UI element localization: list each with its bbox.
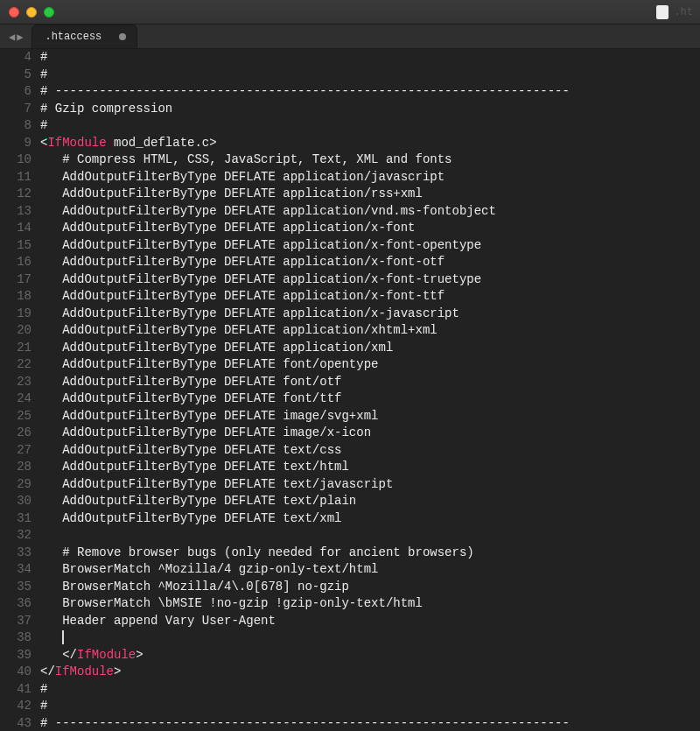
- line-number: 10: [0, 151, 32, 169]
- line-number: 9: [0, 135, 32, 152]
- code-line[interactable]: AddOutputFilterByType DEFLATE applicatio…: [40, 220, 693, 237]
- line-number: 34: [0, 561, 32, 579]
- nav-back-icon[interactable]: ◀: [9, 32, 15, 43]
- code-line[interactable]: </IfModule>: [40, 664, 693, 681]
- code-token: mod_deflate.c: [107, 136, 210, 150]
- code-line[interactable]: #: [40, 698, 693, 715]
- code-line[interactable]: <IfModule mod_deflate.c>: [40, 135, 693, 152]
- code-line[interactable]: AddOutputFilterByType DEFLATE font/opent…: [40, 356, 693, 374]
- line-number: 25: [0, 408, 32, 425]
- code-line[interactable]: BrowserMatch \bMSIE !no-gzip !gzip-only-…: [40, 595, 693, 613]
- code-token: AddOutputFilterByType DEFLATE applicatio…: [62, 323, 437, 337]
- code-line[interactable]: #: [40, 49, 693, 67]
- code-line[interactable]: AddOutputFilterByType DEFLATE text/javas…: [40, 476, 693, 494]
- line-number: 20: [0, 322, 32, 340]
- line-number: 14: [0, 220, 32, 237]
- line-number-gutter: 4567891011121314151617181920212223242526…: [0, 49, 40, 731]
- code-line[interactable]: #: [40, 681, 693, 699]
- line-number: 36: [0, 595, 32, 613]
- code-token: IfModule: [77, 648, 136, 662]
- code-token: #: [40, 50, 47, 64]
- titlebar-file-indicator: .ht: [656, 5, 693, 19]
- code-line[interactable]: [40, 629, 693, 647]
- code-token: #: [40, 67, 47, 81]
- line-number: 15: [0, 237, 32, 255]
- zoom-window-button[interactable]: [44, 7, 54, 18]
- line-number: 33: [0, 545, 32, 562]
- line-number: 27: [0, 442, 32, 460]
- code-line[interactable]: #: [40, 117, 693, 135]
- code-token: AddOutputFilterByType DEFLATE font/ttf: [62, 391, 341, 405]
- code-token: AddOutputFilterByType DEFLATE applicatio…: [62, 204, 496, 218]
- code-line[interactable]: AddOutputFilterByType DEFLATE applicatio…: [40, 186, 693, 203]
- code-line[interactable]: # Remove browser bugs (only needed for a…: [40, 545, 693, 562]
- code-line[interactable]: AddOutputFilterByType DEFLATE text/css: [40, 442, 693, 460]
- file-icon: [656, 5, 668, 19]
- code-line[interactable]: AddOutputFilterByType DEFLATE applicatio…: [40, 203, 693, 221]
- code-editor[interactable]: 4567891011121314151617181920212223242526…: [0, 49, 700, 731]
- code-line[interactable]: AddOutputFilterByType DEFLATE font/otf: [40, 374, 693, 391]
- line-number: 12: [0, 186, 32, 203]
- line-number: 11: [0, 169, 32, 186]
- code-line[interactable]: AddOutputFilterByType DEFLATE text/plain: [40, 493, 693, 510]
- code-line[interactable]: AddOutputFilterByType DEFLATE applicatio…: [40, 340, 693, 357]
- code-token: </: [40, 664, 55, 678]
- code-line[interactable]: AddOutputFilterByType DEFLATE applicatio…: [40, 322, 693, 340]
- code-token: IfModule: [47, 136, 106, 150]
- code-line[interactable]: #: [40, 67, 693, 84]
- code-token: # Remove browser bugs (only needed for a…: [62, 545, 473, 559]
- line-number: 37: [0, 613, 32, 630]
- line-number: 28: [0, 459, 32, 476]
- code-line[interactable]: AddOutputFilterByType DEFLATE text/xml: [40, 510, 693, 528]
- code-line[interactable]: AddOutputFilterByType DEFLATE image/svg+…: [40, 408, 693, 425]
- unsaved-indicator-icon: [119, 33, 126, 40]
- line-number: 7: [0, 101, 32, 118]
- code-line[interactable]: AddOutputFilterByType DEFLATE applicatio…: [40, 271, 693, 289]
- code-line[interactable]: # --------------------------------------…: [40, 83, 693, 101]
- code-token: AddOutputFilterByType DEFLATE applicatio…: [62, 255, 444, 269]
- line-number: 16: [0, 254, 32, 271]
- code-area[interactable]: ### ------------------------------------…: [40, 49, 700, 731]
- line-number: 29: [0, 476, 32, 494]
- code-line[interactable]: AddOutputFilterByType DEFLATE image/x-ic…: [40, 425, 693, 442]
- code-line[interactable]: # --------------------------------------…: [40, 715, 693, 732]
- code-line[interactable]: AddOutputFilterByType DEFLATE applicatio…: [40, 306, 693, 323]
- code-line[interactable]: AddOutputFilterByType DEFLATE font/ttf: [40, 390, 693, 408]
- code-line[interactable]: AddOutputFilterByType DEFLATE applicatio…: [40, 169, 693, 186]
- line-number: 4: [0, 49, 32, 67]
- line-number: 31: [0, 510, 32, 528]
- line-number: 38: [0, 629, 32, 647]
- close-window-button[interactable]: [9, 7, 19, 18]
- code-line[interactable]: # Compress HTML, CSS, JavaScript, Text, …: [40, 151, 693, 169]
- nav-forward-icon[interactable]: ▶: [17, 32, 23, 43]
- line-number: 13: [0, 203, 32, 221]
- code-line[interactable]: # Gzip compression: [40, 101, 693, 118]
- minimize-window-button[interactable]: [26, 7, 37, 18]
- code-line[interactable]: BrowserMatch ^Mozilla/4 gzip-only-text/h…: [40, 561, 693, 579]
- code-line[interactable]: [40, 527, 693, 545]
- code-token: # Gzip compression: [40, 102, 172, 116]
- code-token: AddOutputFilterByType DEFLATE applicatio…: [62, 221, 415, 235]
- code-line[interactable]: </IfModule>: [40, 647, 693, 664]
- line-number: 41: [0, 681, 32, 699]
- code-line[interactable]: Header append Vary User-Agent: [40, 613, 693, 630]
- code-token: BrowserMatch \bMSIE !no-gzip !gzip-only-…: [62, 596, 423, 610]
- code-line[interactable]: AddOutputFilterByType DEFLATE applicatio…: [40, 288, 693, 306]
- code-token: #: [40, 118, 47, 132]
- tab-bar: ◀ ▶ .htaccess: [0, 25, 700, 49]
- line-number: 23: [0, 374, 32, 391]
- window-titlebar: .ht: [0, 0, 700, 25]
- tab-htaccess[interactable]: .htaccess: [32, 25, 137, 48]
- code-line[interactable]: AddOutputFilterByType DEFLATE applicatio…: [40, 237, 693, 255]
- line-number: 26: [0, 425, 32, 442]
- code-line[interactable]: AddOutputFilterByType DEFLATE applicatio…: [40, 254, 693, 271]
- line-number: 42: [0, 698, 32, 715]
- code-token: AddOutputFilterByType DEFLATE applicatio…: [62, 306, 459, 320]
- code-line[interactable]: BrowserMatch ^Mozilla/4\.0[678] no-gzip: [40, 579, 693, 596]
- code-token: >: [114, 664, 121, 678]
- tab-label: .htaccess: [45, 31, 102, 43]
- line-number: 39: [0, 647, 32, 664]
- code-token: </: [62, 648, 77, 662]
- code-line[interactable]: AddOutputFilterByType DEFLATE text/html: [40, 459, 693, 476]
- code-token: #: [40, 699, 47, 713]
